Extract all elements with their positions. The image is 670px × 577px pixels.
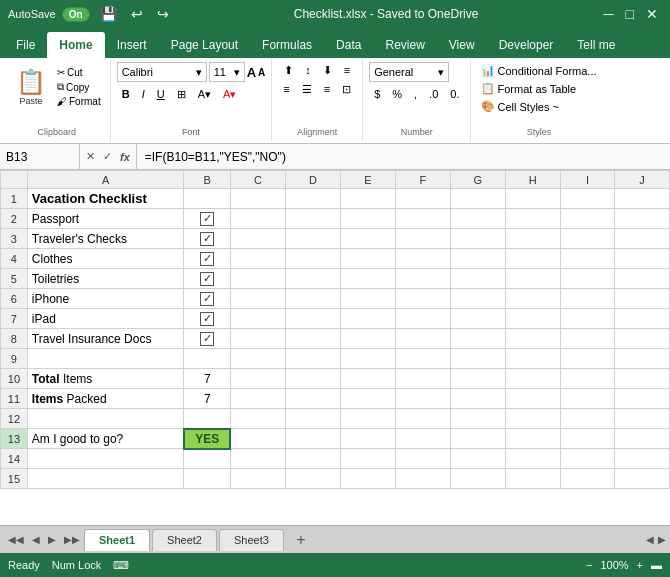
cell-a7[interactable]: iPad [27,309,184,329]
insert-function-icon[interactable]: fx [118,151,132,163]
cell-b3[interactable]: ✓ [184,229,231,249]
sheet-nav-next[interactable]: ▶ [44,532,60,547]
cell-a2[interactable]: Passport [27,209,184,229]
restore-icon[interactable]: □ [622,4,638,24]
cell-a12[interactable] [27,409,184,429]
format-as-table-button[interactable]: 📋 Format as Table [477,80,600,97]
col-header-f[interactable]: F [395,171,450,189]
col-header-h[interactable]: H [505,171,560,189]
cell-b5[interactable]: ✓ [184,269,231,289]
zoom-out-button[interactable]: − [586,559,592,571]
col-header-d[interactable]: D [285,171,340,189]
row-header-9[interactable]: 9 [1,349,28,369]
cell-g2[interactable] [450,209,505,229]
undo-icon[interactable]: ↩ [127,4,147,24]
cell-e2[interactable] [340,209,395,229]
font-name-selector[interactable]: Calibri▾ [117,62,207,82]
increase-font-size-button[interactable]: A [247,65,256,80]
number-format-selector[interactable]: General▾ [369,62,449,82]
cancel-formula-icon[interactable]: ✕ [84,150,97,163]
zoom-slider[interactable]: ▬ [651,559,662,571]
cell-j2[interactable] [615,209,670,229]
row-header-11[interactable]: 11 [1,389,28,409]
italic-button[interactable]: I [137,86,150,103]
align-middle-button[interactable]: ↕ [300,62,316,79]
cell-b13[interactable]: YES [184,429,231,449]
cell-a11[interactable]: Items Packed [27,389,184,409]
cell-c2[interactable] [230,209,285,229]
align-top-button[interactable]: ⬆ [279,62,298,79]
confirm-formula-icon[interactable]: ✓ [101,150,114,163]
cut-button[interactable]: ✂ Cut [54,66,104,79]
sheet-nav-last[interactable]: ▶▶ [60,532,84,547]
cell-b9[interactable] [184,349,231,369]
cell-a1[interactable]: Vacation Checklist [27,189,184,209]
underline-button[interactable]: U [152,86,170,103]
tab-tell-me[interactable]: Tell me [565,32,627,58]
col-header-i[interactable]: I [560,171,615,189]
cell-styles-button[interactable]: 🎨 Cell Styles ~ [477,98,600,115]
cell-f1[interactable] [395,189,450,209]
sheet-tab-sheet2[interactable]: Sheet2 [152,529,217,551]
cell-c1[interactable] [230,189,285,209]
sheet-grid[interactable]: A B C D E F G H I J 1 Vacation Checklist [0,170,670,525]
cell-a13[interactable]: Am I good to go? [27,429,184,449]
cell-b10[interactable]: 7 [184,369,231,389]
autosave-toggle[interactable]: On [62,7,90,22]
row-header-13[interactable]: 13 [1,429,28,449]
align-left-button[interactable]: ≡ [278,81,294,98]
cell-d2[interactable] [285,209,340,229]
close-icon[interactable]: ✕ [642,4,662,24]
tab-page-layout[interactable]: Page Layout [159,32,250,58]
wrap-text-button[interactable]: ≡ [339,62,355,79]
cell-a8[interactable]: Travel Insurance Docs [27,329,184,349]
row-header-6[interactable]: 6 [1,289,28,309]
scrollbar-left[interactable]: ◀ [646,534,654,545]
tab-developer[interactable]: Developer [487,32,566,58]
sheet-tab-sheet1[interactable]: Sheet1 [84,529,150,551]
formula-input[interactable]: =IF(B10=B11,"YES","NO") [137,148,670,166]
cell-b11[interactable]: 7 [184,389,231,409]
row-header-15[interactable]: 15 [1,469,28,489]
cell-a9[interactable] [27,349,184,369]
decrease-decimal-button[interactable]: 0. [445,86,464,102]
align-right-button[interactable]: ≡ [319,81,335,98]
cell-b1[interactable] [184,189,231,209]
cell-g1[interactable] [450,189,505,209]
paste-button[interactable]: 📋 Paste [10,66,52,108]
save-icon[interactable]: 💾 [96,4,121,24]
row-header-7[interactable]: 7 [1,309,28,329]
cell-e1[interactable] [340,189,395,209]
row-header-8[interactable]: 8 [1,329,28,349]
font-color-button[interactable]: A▾ [218,86,241,103]
row-header-1[interactable]: 1 [1,189,28,209]
row-header-3[interactable]: 3 [1,229,28,249]
col-header-e[interactable]: E [340,171,395,189]
font-size-selector[interactable]: 11▾ [209,62,245,82]
sheet-nav-first[interactable]: ◀◀ [4,532,28,547]
cell-a15[interactable] [27,469,184,489]
row-header-14[interactable]: 14 [1,449,28,469]
comma-button[interactable]: , [409,86,422,102]
tab-home[interactable]: Home [47,32,104,58]
cell-b12[interactable] [184,409,231,429]
decrease-font-size-button[interactable]: A [258,67,265,78]
percent-button[interactable]: % [387,86,407,102]
redo-icon[interactable]: ↪ [153,4,173,24]
tab-formulas[interactable]: Formulas [250,32,324,58]
cell-a10[interactable]: Total Items [27,369,184,389]
col-header-g[interactable]: G [450,171,505,189]
tab-insert[interactable]: Insert [105,32,159,58]
cell-b15[interactable] [184,469,231,489]
cell-a6[interactable]: iPhone [27,289,184,309]
cell-a5[interactable]: Toiletries [27,269,184,289]
col-header-a[interactable]: A [27,171,184,189]
tab-review[interactable]: Review [373,32,436,58]
row-header-4[interactable]: 4 [1,249,28,269]
fill-color-button[interactable]: A▾ [193,86,216,103]
merge-center-button[interactable]: ⊡ [337,81,356,98]
cell-f2[interactable] [395,209,450,229]
row-header-12[interactable]: 12 [1,409,28,429]
tab-file[interactable]: File [4,32,47,58]
col-header-j[interactable]: J [615,171,670,189]
